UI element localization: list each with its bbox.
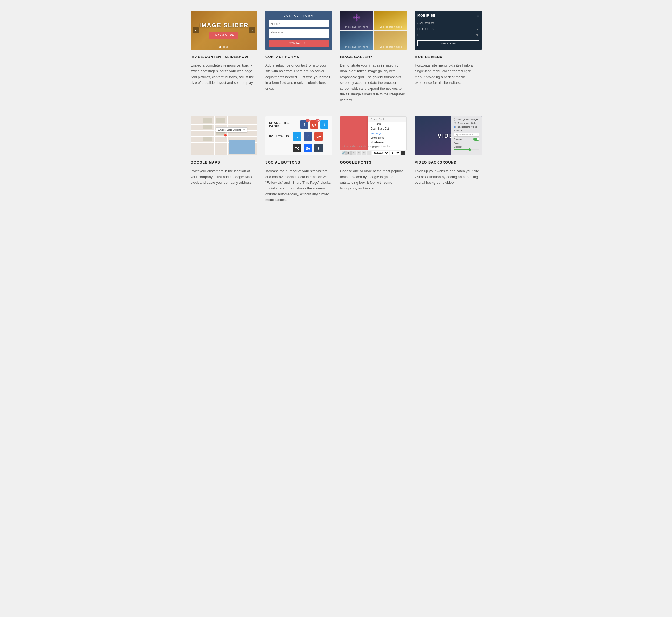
dot-1[interactable] [219,46,221,48]
video-option-video: Background Video [454,126,479,128]
preview-video-background: VIDEO Background Image Background Color … [415,117,482,156]
menu-download-button[interactable]: DOWNLOAD [418,40,479,46]
card-social-buttons: SHARE THIS PAGE! f 192 g+ 47 t FOLLOW US [265,117,332,203]
toolbar-link-icon[interactable]: 🔗 [342,151,346,155]
opacity-slider-thumb[interactable] [468,149,471,151]
fonts-dropdown: Source Serif... PT Sans Open Sans Cot...… [368,117,407,154]
toolbar-size-select[interactable]: 17 [390,151,400,155]
map-water [229,140,254,154]
font-option-open-sans[interactable]: Open Sans Cot... [368,126,406,131]
facebook-icon: f [304,123,305,127]
social-share-label: SHARE THIS PAGE! [269,121,298,128]
gallery-caption-3: Type caption here [345,45,369,48]
opacity-row: Opacity [454,146,479,148]
font-option-raleway[interactable]: Raleway [368,131,406,136]
contact-submit-button[interactable]: CONTACT US [268,40,329,47]
font-option-droid-sans[interactable]: Droid Sans [368,136,406,140]
card-desc-video: Liven up your website and catch your sit… [415,168,482,185]
social-follow-label: FOLLOW US [269,135,291,138]
card-title-mobile-menu: MOBILE MENU [415,55,482,59]
gallery-cell-2: Type caption here [374,11,407,30]
toolbar-center-icon[interactable]: ≡ [357,151,361,155]
toolbar-font-select[interactable]: Raleway [372,151,389,155]
googleplus-icon: g+ [312,123,316,127]
social-googleplus-share-button[interactable]: g+ 47 [310,120,318,129]
map-tooltip: Empire State Building × [216,128,247,132]
font-option-pt-sans[interactable]: PT Sans [368,122,406,126]
card-title-fonts: GOOGLE FONTS [340,160,407,164]
overlay-toggle[interactable] [473,138,479,141]
color-label: Color [454,142,459,145]
social-extra-row: ⌥ Be t [269,144,328,153]
preview-social-buttons: SHARE THIS PAGE! f 192 g+ 47 t FOLLOW US [265,117,332,156]
gallery-cell-1: Type caption here [340,11,373,30]
social-follow-row: FOLLOW US t f g+ [269,132,328,141]
youtube-url-input[interactable] [454,133,479,137]
card-video-background: VIDEO Background Image Background Color … [415,117,482,203]
card-desc-maps: Point your customers in the location of … [191,168,257,185]
video-option-image: Background Image [454,118,479,121]
gallery-caption-1: Type caption here [345,26,369,28]
dot-3[interactable] [226,46,228,48]
menu-item-overview-label: OVERVIEW [418,22,434,25]
opacity-slider-track [454,149,479,150]
radio-bg-video[interactable] [454,126,456,128]
fonts-dropdown-header: Source Serif... [368,117,406,122]
toolbar-color-swatch[interactable] [401,151,405,155]
card-image-slider: IMAGE SLIDER LEARN MORE ‹ › IMAGE/CONTEN… [191,11,257,103]
slider-arrows: ‹ › [191,27,257,33]
svg-point-4 [358,16,361,19]
facebook-count: 192 [306,119,310,122]
menu-item-features[interactable]: FEATURES ▼ [418,26,479,32]
color-row: Color [454,142,479,145]
radio-bg-image[interactable] [454,118,456,121]
menu-item-help[interactable]: HELP ▼ [418,32,479,38]
card-desc-social: Increase the number of your site visitor… [265,168,332,203]
slider-next-button[interactable]: › [249,27,255,33]
social-googleplus-follow-button[interactable]: g+ [314,132,323,141]
contact-name-input[interactable] [268,20,329,27]
social-behance-button[interactable]: Be [303,144,312,153]
preview-google-fonts: Source Serif... PT Sans Open Sans Cot...… [340,117,407,156]
facebook-follow-icon: f [307,135,308,139]
card-google-maps: Empire State Building × 📍 GOOGLE MAPS Po… [191,117,257,203]
googleplus-follow-icon: g+ [316,135,321,139]
font-option-montserrat[interactable]: Montserrat [368,140,406,145]
chevron-down-icon: ▼ [476,28,479,31]
preview-image-gallery: Type caption here Type caption here Type… [340,11,407,50]
menu-brand: MOBIRISE [418,14,436,17]
fonts-toolbar: 🔗 ⊞ ≡ ≡ ≡ ⋯ Raleway 17 [340,150,407,156]
social-facebook-follow-button[interactable]: f [303,132,312,141]
menu-item-overview[interactable]: OVERVIEW [418,20,479,26]
preview-contact-forms: CONTACT FORM CONTACT US [265,11,332,50]
slider-prev-button[interactable]: ‹ [193,27,199,33]
menu-header: MOBIRISE ≡ [418,13,479,18]
card-title-gallery: IMAGE GALLERY [340,55,407,59]
map-tooltip-close[interactable]: × [243,129,245,131]
video-option-color: Background Color [454,122,479,125]
toolbar-align-icon[interactable]: ⊞ [347,151,351,155]
social-facebook-share-button[interactable]: f 192 [300,120,308,129]
dot-2[interactable] [223,46,225,48]
map-block1 [203,118,212,123]
card-desc-mobile-menu: Horizontal site menu folds itself into a… [415,62,482,86]
toolbar-more-icon[interactable]: ⋯ [367,151,371,155]
overlay-row: Overlay [454,138,479,141]
contact-message-input[interactable] [268,29,329,38]
card-title-social: SOCIAL BUTTONS [265,160,332,164]
social-github-button[interactable]: ⌥ [293,144,301,153]
social-twitter-follow-button[interactable]: t [293,132,301,141]
card-title-slider: IMAGE/CONTENT SLIDESHOW [191,55,257,59]
card-title-contact: CONTACT FORMS [265,55,332,59]
radio-bg-color[interactable] [454,122,456,125]
card-image-gallery: Type caption here Type caption here Type… [340,11,407,103]
toolbar-left-icon[interactable]: ≡ [352,151,356,155]
behance-icon: Be [306,146,310,150]
social-tumblr-button[interactable]: t [314,144,323,153]
card-title-video: VIDEO BACKGROUND [415,160,482,164]
contact-form-title: CONTACT FORM [268,14,329,17]
toolbar-right-icon[interactable]: ≡ [362,151,366,155]
preview-mobile-menu: MOBIRISE ≡ OVERVIEW FEATURES ▼ HELP ▼ DO… [415,11,482,50]
social-twitter-share-button[interactable]: t [320,120,328,129]
preview-google-maps: Empire State Building × 📍 [191,117,257,156]
